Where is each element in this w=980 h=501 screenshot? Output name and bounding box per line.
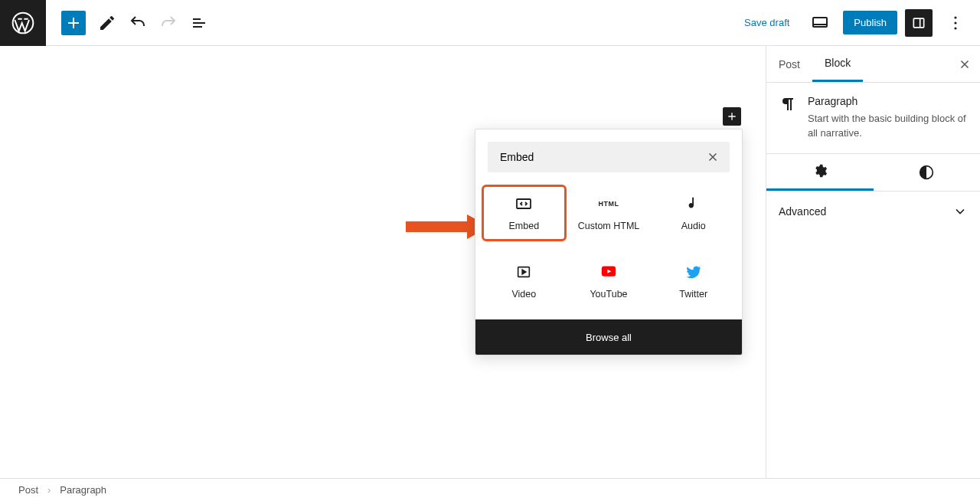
add-block-button[interactable]	[61, 11, 86, 35]
contrast-icon	[919, 165, 934, 180]
undo-button[interactable]	[122, 8, 153, 38]
settings-toggle-button[interactable]	[905, 9, 933, 37]
html-icon: HTML	[599, 195, 618, 213]
block-option-youtube[interactable]: YouTube	[567, 255, 652, 307]
block-option-embed[interactable]: Embed	[482, 185, 567, 241]
close-icon	[706, 150, 720, 164]
sidebar-panel-icon	[911, 15, 926, 31]
svg-point-5	[954, 27, 956, 29]
svg-rect-7	[517, 199, 531, 208]
plus-icon	[64, 14, 83, 32]
block-option-audio[interactable]: Audio	[651, 185, 736, 241]
block-option-label: Twitter	[679, 289, 707, 300]
audio-icon	[684, 195, 703, 213]
tools-button[interactable]	[92, 8, 122, 38]
toolbar-left	[46, 8, 214, 38]
pencil-icon	[98, 14, 116, 32]
undo-icon	[129, 14, 147, 32]
document-overview-button[interactable]	[184, 8, 214, 38]
svg-rect-1	[813, 18, 827, 27]
kebab-icon	[946, 14, 965, 32]
block-option-video[interactable]: Video	[482, 255, 567, 307]
block-subtabs	[766, 154, 980, 192]
clear-search-button[interactable]	[702, 146, 724, 168]
more-options-button[interactable]	[940, 8, 971, 38]
close-icon	[958, 57, 972, 71]
block-description: Start with the basic building block of a…	[808, 112, 968, 141]
sidebar-tabs: Post Block	[766, 46, 980, 83]
youtube-icon	[599, 263, 618, 281]
gear-icon	[812, 163, 828, 178]
svg-rect-2	[913, 18, 923, 28]
publish-button[interactable]: Publish	[843, 11, 897, 34]
subtab-styles[interactable]	[874, 154, 981, 191]
block-option-label: Audio	[681, 221, 706, 231]
svg-point-3	[954, 16, 956, 18]
wordpress-icon	[11, 11, 35, 35]
browse-all-button[interactable]: Browse all	[475, 319, 742, 355]
breadcrumb-root[interactable]: Post	[18, 484, 38, 496]
tab-post[interactable]: Post	[766, 46, 812, 82]
toolbar-right: Save draft Publish	[737, 8, 980, 38]
redo-button[interactable]	[153, 8, 184, 38]
advanced-accordion[interactable]: Advanced	[766, 192, 980, 231]
breadcrumb: Post › Paragraph	[0, 478, 980, 501]
block-search-input[interactable]	[500, 151, 702, 163]
block-option-label: Video	[511, 289, 536, 300]
tab-block[interactable]: Block	[812, 46, 863, 82]
desktop-icon	[811, 14, 829, 32]
block-title: Paragraph	[808, 95, 968, 107]
save-draft-button[interactable]: Save draft	[737, 12, 797, 33]
block-info-section: Paragraph Start with the basic building …	[766, 83, 980, 154]
breadcrumb-separator: ›	[47, 484, 51, 496]
block-option-custom-html[interactable]: HTML Custom HTML	[567, 185, 652, 241]
block-option-twitter[interactable]: Twitter	[651, 255, 736, 307]
paragraph-icon	[779, 95, 797, 113]
subtab-settings[interactable]	[766, 154, 874, 191]
accordion-label: Advanced	[779, 205, 826, 218]
wordpress-logo[interactable]	[0, 0, 46, 46]
svg-point-4	[954, 21, 956, 24]
redo-icon	[159, 14, 178, 32]
embed-icon	[514, 195, 533, 213]
settings-sidebar: Post Block Paragraph Start with the basi…	[766, 46, 980, 478]
list-view-icon	[190, 14, 208, 32]
block-results-grid: Embed HTML Custom HTML Audio Vide	[475, 185, 742, 319]
editor-canvas[interactable]: Embed HTML Custom HTML Audio Vide	[0, 46, 766, 478]
breadcrumb-current[interactable]: Paragraph	[60, 484, 106, 496]
preview-button[interactable]	[805, 8, 835, 38]
plus-icon	[726, 110, 738, 123]
video-icon	[514, 263, 533, 281]
twitter-icon	[684, 263, 703, 281]
block-search-row	[488, 142, 730, 172]
block-option-label: Embed	[509, 221, 540, 231]
close-sidebar-button[interactable]	[949, 46, 980, 82]
top-toolbar: Save draft Publish	[0, 0, 980, 46]
chevron-down-icon	[952, 204, 968, 219]
inline-add-block-button[interactable]	[723, 107, 741, 126]
block-option-label: Custom HTML	[578, 221, 640, 231]
block-option-label: YouTube	[590, 289, 627, 300]
block-inserter-popover: Embed HTML Custom HTML Audio Vide	[475, 129, 743, 355]
